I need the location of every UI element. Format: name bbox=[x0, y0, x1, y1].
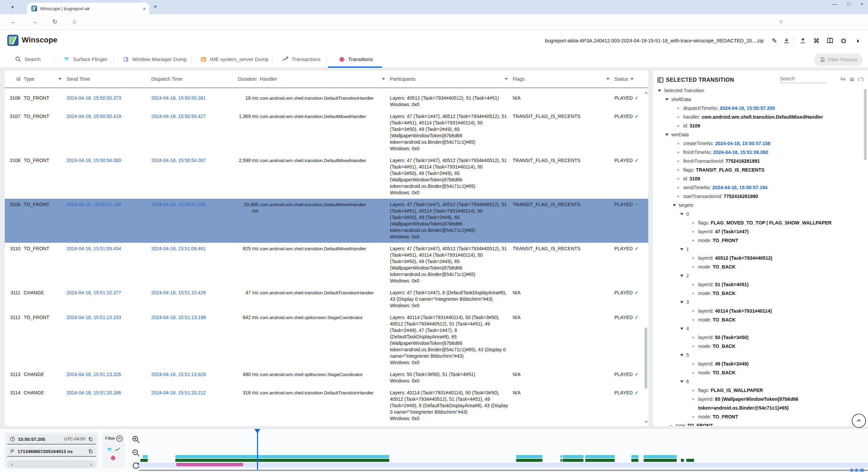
tab-transitions[interactable]: Transitions bbox=[338, 52, 373, 67]
timeline-bar-surface-flinger[interactable] bbox=[175, 455, 389, 458]
timeline-bar-surface-flinger[interactable] bbox=[516, 455, 542, 458]
filter-presets-button[interactable]: Filter Presets bbox=[814, 54, 863, 66]
timeline-bar-transactions[interactable] bbox=[631, 459, 638, 462]
timeline-scroll-tick[interactable] bbox=[850, 469, 853, 472]
timeline-bar-transitions[interactable] bbox=[176, 463, 243, 466]
expand-chevron-icon[interactable] bbox=[665, 98, 669, 101]
tree-node[interactable]: targets bbox=[653, 201, 864, 210]
table-row[interactable]: 3109TO_FRONT2024-04-18, 15:50:57.1942024… bbox=[5, 199, 648, 243]
column-status[interactable]: Status bbox=[614, 76, 644, 82]
filter-transactions-icon[interactable] bbox=[115, 447, 120, 453]
expand-chevron-icon[interactable] bbox=[680, 248, 684, 251]
cell-dispatch-time[interactable]: 2024-04-18, 15:51:09.461 bbox=[151, 243, 238, 287]
forward-icon[interactable]: → bbox=[32, 18, 38, 25]
tab-surface-flinger[interactable]: Surface Flinger bbox=[63, 52, 107, 67]
cell-dispatch-time[interactable]: 2024-04-18, 15:50:50.427 bbox=[151, 111, 238, 155]
expand-chevron-icon[interactable] bbox=[680, 213, 684, 215]
tree-node[interactable]: Selected Transition bbox=[653, 86, 864, 95]
column-send-time[interactable]: Send Time bbox=[66, 76, 151, 82]
cell-dispatch-time[interactable]: 2024-04-18, 15:51:13.198 bbox=[151, 312, 238, 369]
cell-send-time[interactable]: 2024-04-18, 15:50:54.000 bbox=[66, 155, 151, 199]
timeline-bar-surface-flinger[interactable] bbox=[560, 455, 562, 458]
copy-icon[interactable] bbox=[88, 449, 93, 454]
reload-icon[interactable]: ↻ bbox=[52, 18, 57, 25]
tree-node[interactable]: 4 bbox=[653, 324, 864, 333]
bookmark-star-icon[interactable]: ☆ bbox=[778, 18, 783, 25]
step-prev-icon[interactable]: ‹ bbox=[11, 461, 13, 467]
cell-dispatch-time[interactable]: 2024-04-18, 15:50:50.391 bbox=[151, 92, 238, 111]
table-row[interactable]: 3106TO_FRONT2024-04-18, 15:50:50.3732024… bbox=[5, 92, 648, 111]
tab-close-icon[interactable]: × bbox=[143, 6, 146, 12]
cell-send-time[interactable]: 2024-04-18, 15:50:57.194 bbox=[66, 199, 151, 243]
timeline-bar-transactions[interactable] bbox=[560, 459, 562, 462]
timeline-bar-transactions[interactable] bbox=[681, 459, 684, 462]
column-type[interactable]: Type bbox=[24, 76, 66, 82]
column-id[interactable]: Id bbox=[5, 76, 24, 82]
table-row[interactable]: 3113CHANGE2024-04-18, 15:51:13.3262024-0… bbox=[5, 369, 648, 387]
current-ns-field[interactable]: 1713469857205164013 ns bbox=[7, 447, 96, 457]
back-icon[interactable]: ← bbox=[10, 18, 16, 25]
timeline-bar-transactions[interactable] bbox=[516, 459, 542, 462]
tab-window-manager[interactable]: Window Manager Dump bbox=[122, 52, 187, 67]
search-input[interactable] bbox=[780, 75, 827, 83]
timeline-scroll-tick[interactable] bbox=[860, 469, 864, 472]
column-participants[interactable]: Participants bbox=[390, 76, 513, 82]
tree-node[interactable]: 1 bbox=[653, 245, 864, 254]
expand-chevron-icon[interactable] bbox=[673, 204, 676, 206]
maximize-icon[interactable]: □ bbox=[847, 1, 850, 7]
table-row[interactable]: 3107TO_FRONT2024-04-18, 15:50:50.4192024… bbox=[5, 111, 648, 155]
expand-chevron-icon[interactable] bbox=[665, 134, 669, 136]
timeline-bar-surface-flinger[interactable] bbox=[585, 455, 615, 458]
current-time-field[interactable]: 15:50:57.205 UTC-04:00 bbox=[7, 434, 96, 445]
table-row[interactable]: 3108TO_FRONT2024-04-18, 15:50:54.0002024… bbox=[5, 155, 648, 199]
expand-chevron-icon[interactable] bbox=[680, 275, 684, 277]
column-duration[interactable]: Duration bbox=[238, 76, 260, 82]
cell-send-time[interactable]: 2024-04-18, 15:51:13.326 bbox=[66, 369, 151, 387]
table-row[interactable]: 3110TO_FRONT2024-04-18, 15:51:09.4542024… bbox=[5, 243, 648, 287]
expand-chevron-icon[interactable] bbox=[680, 328, 684, 330]
cell-dispatch-time[interactable]: 2024-04-18, 15:51:13.828 bbox=[151, 369, 238, 387]
minimize-icon[interactable]: — bbox=[832, 1, 837, 7]
table-row[interactable]: 3112TO_FRONT2024-04-18, 15:51:13.1532024… bbox=[5, 312, 648, 369]
match-word-icon[interactable]: ab bbox=[850, 77, 854, 81]
tree-node[interactable]: 2 bbox=[653, 271, 864, 280]
tree-node[interactable]: 6 bbox=[653, 377, 864, 386]
dark-mode-toggle-icon[interactable]: ◑ bbox=[852, 36, 862, 45]
table-row[interactable]: 3114CHANGE2024-04-18, 15:51:20.1862024-0… bbox=[5, 387, 648, 425]
tree-node[interactable]: wmData bbox=[653, 130, 864, 139]
step-next-icon[interactable]: › bbox=[90, 461, 92, 467]
cell-dispatch-time[interactable]: 2024-04-18, 15:50:54.007 bbox=[151, 155, 238, 199]
column-dispatch-time[interactable]: Dispatch Time bbox=[151, 76, 238, 82]
scroll-to-top-button[interactable] bbox=[852, 414, 866, 428]
cell-send-time[interactable]: 2024-04-18, 15:51:10.377 bbox=[66, 287, 151, 312]
cell-dispatch-time[interactable]: 2024-04-18, 15:51:20.212 bbox=[151, 387, 238, 425]
filter-layers-icon[interactable] bbox=[106, 447, 113, 453]
panel-search[interactable] bbox=[780, 75, 827, 83]
timeline-bar-surface-flinger[interactable] bbox=[143, 455, 147, 458]
tab-ime[interactable]: IME system_server Dump bbox=[200, 52, 269, 67]
timeline-bar-transactions[interactable] bbox=[175, 459, 389, 462]
tree-node[interactable]: 5 bbox=[653, 351, 864, 359]
timeline-bar-surface-flinger[interactable] bbox=[563, 455, 584, 458]
cell-send-time[interactable]: 2024-04-18, 15:51:09.454 bbox=[66, 243, 151, 287]
shortcuts-icon[interactable]: ⌘ bbox=[812, 36, 821, 45]
cell-send-time[interactable]: 2024-04-18, 15:50:50.419 bbox=[66, 111, 151, 155]
tab-transactions[interactable]: Transactions bbox=[282, 52, 320, 67]
tab-search-icon[interactable]: ▾ bbox=[7, 3, 18, 12]
filter-transitions-icon[interactable] bbox=[110, 455, 116, 461]
cell-send-time[interactable]: 2024-04-18, 15:51:20.186 bbox=[66, 387, 151, 425]
timeline-bar-transactions[interactable] bbox=[585, 459, 615, 462]
tree-node[interactable]: 3 bbox=[653, 298, 864, 307]
expand-chevron-icon[interactable] bbox=[680, 301, 684, 303]
table-scrollbar[interactable] bbox=[644, 89, 648, 426]
regex-icon[interactable]: (.*) bbox=[858, 77, 864, 81]
expand-chevron-icon[interactable] bbox=[680, 380, 684, 383]
documentation-book-icon[interactable] bbox=[825, 36, 835, 45]
timeline-scroll-line[interactable] bbox=[139, 470, 868, 471]
collapse-chevron-icon[interactable] bbox=[116, 435, 123, 442]
cell-dispatch-time[interactable]: 2024-04-18, 15:50:57.205 bbox=[151, 199, 238, 243]
edit-file-icon[interactable]: ✎ bbox=[770, 36, 779, 45]
timeline-bar-transactions[interactable] bbox=[686, 459, 694, 462]
cell-dispatch-time[interactable]: 2024-04-18, 15:51:10.426 bbox=[151, 287, 238, 312]
timeline-bar-transactions[interactable] bbox=[644, 459, 677, 462]
